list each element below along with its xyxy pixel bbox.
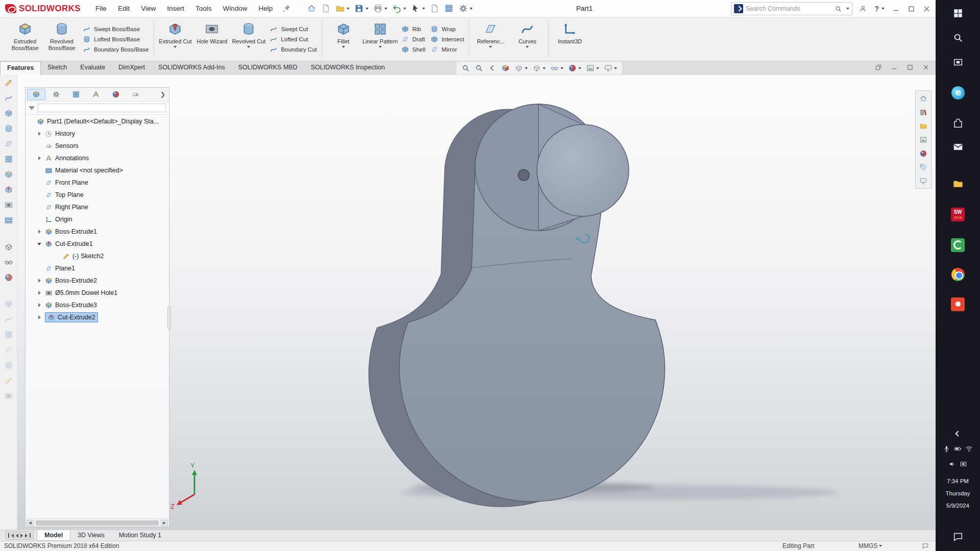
- file-explorer-icon[interactable]: [917, 120, 930, 132]
- view-palette-icon[interactable]: [917, 134, 930, 145]
- fillet-button[interactable]: Fillet: [325, 18, 362, 60]
- left-toolbar-icon[interactable]: [4, 124, 13, 135]
- tree-filter-input[interactable]: [38, 104, 166, 112]
- undo-icon[interactable]: [390, 3, 408, 14]
- clock-date[interactable]: 5/9/2024: [936, 503, 980, 509]
- app-icon-green[interactable]: [947, 235, 969, 255]
- menu-window[interactable]: Window: [217, 0, 253, 17]
- select-icon[interactable]: [409, 3, 427, 14]
- hide-show-items-icon[interactable]: [550, 64, 564, 72]
- instant3d-button[interactable]: Instant3D: [551, 18, 588, 60]
- start-button[interactable]: [947, 3, 969, 23]
- menu-edit[interactable]: Edit: [112, 0, 135, 17]
- file-explorer-icon[interactable]: [947, 173, 969, 194]
- touch-keyboard-icon[interactable]: [960, 460, 967, 470]
- search-input[interactable]: [746, 5, 832, 12]
- view-settings-icon[interactable]: [604, 64, 617, 72]
- left-toolbar-icon[interactable]: [4, 109, 13, 120]
- zoom-to-fit-icon[interactable]: [461, 64, 470, 72]
- user-account-icon[interactable]: [859, 5, 867, 13]
- left-toolbar-icon[interactable]: [4, 242, 13, 254]
- save-icon[interactable]: [353, 3, 370, 14]
- menu-file[interactable]: File: [90, 0, 112, 17]
- tree-item-front-plane[interactable]: Front Plane: [26, 177, 169, 189]
- menu-insert[interactable]: Insert: [161, 0, 190, 17]
- previous-view-icon[interactable]: [488, 64, 497, 72]
- tab-solidworks-addins[interactable]: SOLIDWORKS Add-Ins: [152, 61, 232, 75]
- left-toolbar-icon[interactable]: [4, 155, 13, 166]
- edit-appearance-icon[interactable]: [568, 64, 581, 72]
- model-cylinder-face[interactable]: [537, 124, 629, 216]
- tab-3d-views[interactable]: 3D Views: [70, 530, 112, 541]
- custom-properties-icon[interactable]: [917, 161, 930, 173]
- status-tag-icon[interactable]: [922, 542, 929, 551]
- search-caret-icon[interactable]: [846, 8, 849, 10]
- menu-help[interactable]: Help: [253, 0, 278, 17]
- volume-icon[interactable]: [948, 460, 956, 470]
- tree-item-cut-extrude1[interactable]: Cut-Extrude1: [26, 238, 169, 250]
- lofted-boss-base-button[interactable]: Lofted Boss/Base: [83, 35, 149, 43]
- shell-button[interactable]: Shell: [401, 45, 426, 54]
- panel-splitter-handle[interactable]: [167, 306, 171, 330]
- tab-solidworks-mbd[interactable]: SOLIDWORKS MBD: [232, 61, 304, 75]
- rib-button[interactable]: Rib: [401, 25, 426, 33]
- view-orientation-icon[interactable]: [514, 64, 528, 72]
- appearances-icon[interactable]: [917, 147, 930, 159]
- zoom-to-area-icon[interactable]: [475, 64, 483, 72]
- popout-icon[interactable]: [875, 64, 882, 73]
- expander-icon[interactable]: [37, 156, 42, 161]
- tree-horizontal-scrollbar[interactable]: ◀ ▶: [26, 518, 169, 527]
- expander-icon[interactable]: [37, 241, 42, 247]
- maximize-icon[interactable]: [908, 5, 915, 13]
- tree-item-sketch2[interactable]: (-) Sketch2: [26, 250, 169, 262]
- expander-icon[interactable]: [37, 303, 42, 308]
- expander-icon[interactable]: [37, 315, 42, 320]
- tab-dimxpert[interactable]: DimXpert: [112, 61, 152, 75]
- left-toolbar-icon[interactable]: [4, 170, 13, 181]
- tab-solidworks-inspection[interactable]: SOLIDWORKS Inspection: [304, 61, 391, 75]
- left-toolbar-icon[interactable]: [4, 258, 13, 269]
- mirror-button[interactable]: Mirror: [430, 45, 464, 54]
- tree-item-dowel-hole1[interactable]: Ø5.0mm Dowel Hole1: [26, 287, 169, 299]
- left-toolbar-icon[interactable]: [4, 201, 13, 212]
- left-toolbar-icon[interactable]: [4, 216, 13, 227]
- open-icon[interactable]: [334, 3, 351, 14]
- menu-view[interactable]: View: [135, 0, 161, 17]
- print-icon[interactable]: [372, 3, 389, 14]
- design-library-icon[interactable]: [917, 106, 930, 118]
- tab-features[interactable]: Features: [0, 61, 41, 75]
- property-manager-tab[interactable]: [47, 89, 65, 100]
- tree-item-cut-extrude2[interactable]: Cut-Extrude2: [26, 311, 169, 323]
- left-toolbar-icon[interactable]: [4, 185, 13, 196]
- left-toolbar-icon[interactable]: [4, 299, 13, 311]
- wrap-button[interactable]: Wrap: [430, 25, 464, 33]
- battery-icon[interactable]: [954, 445, 962, 455]
- revolved-boss-base-button[interactable]: Revolved Boss/Base: [43, 18, 80, 60]
- left-toolbar-icon[interactable]: [4, 330, 13, 341]
- swept-cut-button[interactable]: Swept Cut: [270, 25, 316, 33]
- tab-evaluate[interactable]: Evaluate: [74, 61, 112, 75]
- boundary-cut-button[interactable]: Boundary Cut: [270, 45, 316, 54]
- feature-manager-tab[interactable]: [27, 89, 45, 100]
- mail-icon[interactable]: [947, 137, 969, 157]
- tab-sketch[interactable]: Sketch: [41, 61, 74, 75]
- menu-tools[interactable]: Tools: [190, 0, 217, 17]
- tree-item-annotations[interactable]: Annotations: [26, 152, 169, 164]
- section-view-icon[interactable]: [501, 64, 510, 72]
- next-tab-icon[interactable]: [20, 534, 23, 538]
- network-icon[interactable]: [965, 445, 973, 455]
- left-toolbar-icon[interactable]: [4, 376, 13, 387]
- scrollbar-thumb[interactable]: [36, 520, 159, 525]
- menu-pin-icon[interactable]: [280, 3, 293, 14]
- previous-tab-icon[interactable]: [16, 534, 18, 538]
- tree-item-top-plane[interactable]: Top Plane: [26, 189, 169, 201]
- hole-wizard-button[interactable]: Hole Wizard: [193, 18, 230, 60]
- solidworks-icon[interactable]: SW2018: [947, 204, 969, 224]
- home-icon[interactable]: [305, 3, 318, 14]
- dimxpert-manager-tab[interactable]: [87, 89, 105, 100]
- graphics-viewport[interactable]: Y Z ❯: [17, 75, 936, 530]
- scroll-left-icon[interactable]: ◀: [27, 520, 34, 526]
- tree-item-origin[interactable]: Origin: [26, 213, 169, 226]
- left-toolbar-icon[interactable]: [4, 315, 13, 326]
- extruded-cut-button[interactable]: Extruded Cut: [157, 18, 193, 60]
